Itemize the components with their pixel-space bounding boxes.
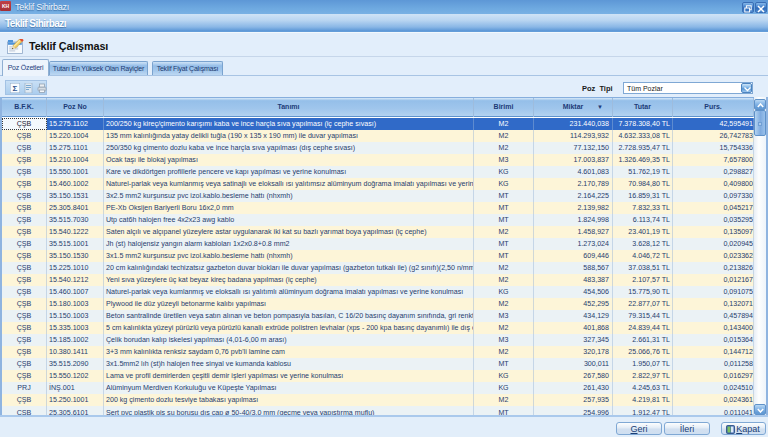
svg-text:Σ: Σ	[13, 84, 18, 93]
